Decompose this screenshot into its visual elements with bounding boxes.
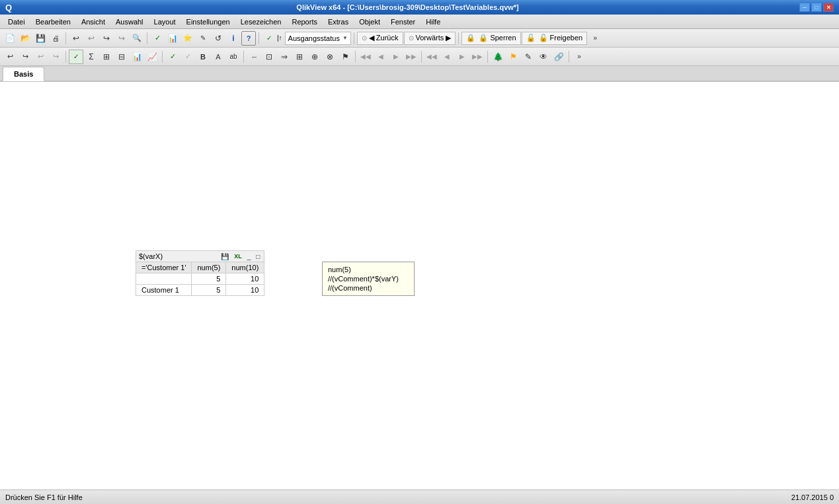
tab-basis[interactable]: Basis	[3, 67, 44, 81]
tb2-flag[interactable]: ⚑	[338, 50, 352, 64]
separator3	[259, 32, 259, 44]
check2-button[interactable]: ✓	[262, 31, 276, 46]
tooltip-item-2[interactable]: //(vComment)*$(varY)	[328, 274, 409, 283]
tb2-r1[interactable]: ◀◀	[358, 50, 373, 64]
cell-val-5: 5	[192, 273, 226, 285]
tb2-sep7	[569, 51, 569, 63]
tb2-eye[interactable]: 👁	[536, 50, 551, 64]
ausgangsstatus-dropdown[interactable]: Ausgangsstatus ▼	[285, 32, 351, 45]
tooltip-item-3[interactable]: //(vComment)	[328, 283, 409, 293]
menu-extras[interactable]: Extras	[323, 15, 354, 28]
tb2-btn4[interactable]: ↪	[48, 50, 63, 64]
tb2-r5[interactable]: ◀◀	[424, 50, 439, 64]
tb2-r3[interactable]: ▶	[389, 50, 403, 64]
tb2-r2[interactable]: ◀	[374, 50, 388, 64]
minimize-button[interactable]: ─	[799, 3, 810, 12]
more-button[interactable]: »	[588, 31, 602, 46]
tb2-input[interactable]: ab	[226, 50, 241, 64]
tb2-chart1[interactable]: 📊	[130, 50, 144, 64]
tb2-btn1[interactable]: ↩	[3, 50, 17, 64]
tb2-r4[interactable]: ▶▶	[404, 50, 419, 64]
tb2-r7[interactable]: ▶	[455, 50, 469, 64]
edit-button[interactable]: ✎	[196, 31, 210, 46]
tb2-table1[interactable]: ⊞	[99, 50, 114, 64]
help-button[interactable]	[241, 31, 256, 46]
menu-layout[interactable]: Layout	[149, 15, 181, 28]
tb2-clear[interactable]: ✓	[69, 50, 83, 64]
menu-lesezeichen[interactable]: Lesezeichen	[235, 15, 287, 28]
tb2-sel[interactable]: ⊞	[292, 50, 307, 64]
toolbar1: ✓ ✎ ↺ i ✓ |↑ Ausgangsstatus ▼ ⊙ ◀ Zurück…	[0, 29, 839, 48]
freigeben-button[interactable]: 🔓 🔓 Freigeben	[522, 32, 588, 45]
print-button[interactable]	[48, 31, 63, 46]
widget-xl-icon[interactable]: XL	[233, 253, 243, 260]
widget-save-icon[interactable]: 💾	[220, 253, 230, 260]
undo-button[interactable]	[69, 31, 83, 46]
tb2-btn3[interactable]: ↩	[33, 50, 48, 64]
tb2-sep2	[162, 51, 163, 63]
zuruck-button[interactable]: ⊙ ◀ Zurück	[357, 32, 403, 45]
tb2-r8[interactable]: ▶▶	[470, 50, 485, 64]
menu-fenster[interactable]: Fenster	[385, 15, 420, 28]
tb2-flag2[interactable]: ⚑	[506, 50, 520, 64]
tb2-edit[interactable]: ✎	[521, 50, 536, 64]
menu-reports[interactable]: Reports	[286, 15, 323, 28]
maximize-button[interactable]: □	[811, 3, 822, 12]
tb2-sep1	[65, 51, 66, 63]
tb2-text[interactable]: A	[211, 50, 225, 64]
fwd-icon: ⊙	[409, 34, 414, 42]
undo2-button[interactable]	[84, 31, 99, 46]
menu-auswahl[interactable]: Auswahl	[110, 15, 149, 28]
tb2-check2[interactable]: ✓	[180, 50, 195, 64]
info-button[interactable]: i	[226, 31, 241, 46]
close-button[interactable]: ✕	[823, 3, 834, 12]
tb2-r6[interactable]: ◀	[440, 50, 454, 64]
tb2-chart2[interactable]: 📈	[145, 50, 159, 64]
col-header-1: ='Customer 1'	[136, 262, 192, 273]
tb2-check1[interactable]: ✓	[165, 50, 180, 64]
menu-ansicht[interactable]: Ansicht	[76, 15, 110, 28]
reload-button[interactable]: ↺	[211, 31, 225, 46]
tb2-arrow[interactable]: ⇒	[277, 50, 292, 64]
lock-icon: 🔒	[466, 34, 475, 42]
menu-bar: Datei Bearbeiten Ansicht Auswahl Layout …	[0, 15, 839, 29]
tb2-border[interactable]: ⊡	[262, 50, 276, 64]
tab-bar: Basis	[0, 66, 839, 82]
bookmark-button[interactable]	[180, 31, 195, 46]
tb2-zoom[interactable]: ⊕	[307, 50, 322, 64]
tooltip-item-1[interactable]: num(5)	[328, 265, 409, 274]
save-button[interactable]	[33, 31, 48, 46]
widget-maximize-icon[interactable]: □	[255, 253, 261, 260]
widget-minimize-icon[interactable]: _	[246, 253, 253, 260]
tb2-dots[interactable]: ···	[247, 50, 261, 64]
widget-container: $(varX) 💾 XL _ □ ='Customer 1' num(5) nu…	[136, 250, 264, 296]
tb2-label[interactable]: ⊗	[323, 50, 337, 64]
menu-einstellungen[interactable]: Einstellungen	[181, 15, 235, 28]
tb2-more[interactable]: »	[572, 50, 586, 64]
menu-objekt[interactable]: Objekt	[354, 15, 385, 28]
title-text: QlikView x64 - [C:\Users\brosig-309\Desk…	[16, 3, 799, 11]
menu-hilfe[interactable]: Hilfe	[420, 15, 446, 28]
chart-button[interactable]	[165, 31, 180, 46]
ausgangsstatus-label: |↑	[277, 34, 282, 42]
tb2-link[interactable]: 🔗	[551, 50, 566, 64]
tb2-tree[interactable]: 🌲	[491, 50, 505, 64]
checkmark-button[interactable]: ✓	[150, 31, 165, 46]
redo-button[interactable]	[99, 31, 114, 46]
back-icon: ⊙	[362, 34, 367, 42]
sperren-button[interactable]: 🔒 🔒 Sperren	[461, 32, 520, 45]
redo2-button[interactable]	[114, 31, 129, 46]
menu-bearbeiten[interactable]: Bearbeiten	[30, 15, 76, 28]
tb2-btn2[interactable]: ↪	[18, 50, 32, 64]
tb2-sep4	[355, 51, 356, 63]
tb2-table2[interactable]: ⊟	[114, 50, 129, 64]
new-button[interactable]	[3, 31, 17, 46]
tooltip-popup: num(5) //(vComment)*$(varY) //(vComment)	[322, 262, 415, 296]
table-row-2: Customer 1 5 10	[136, 285, 264, 296]
tb2-sigma[interactable]: Σ	[84, 50, 99, 64]
vorwarts-button[interactable]: ⊙ Vorwärts ▶	[404, 32, 456, 45]
find-button[interactable]	[130, 31, 144, 46]
tb2-bold[interactable]: B	[196, 50, 210, 64]
open-button[interactable]	[18, 31, 32, 46]
menu-datei[interactable]: Datei	[3, 15, 30, 28]
